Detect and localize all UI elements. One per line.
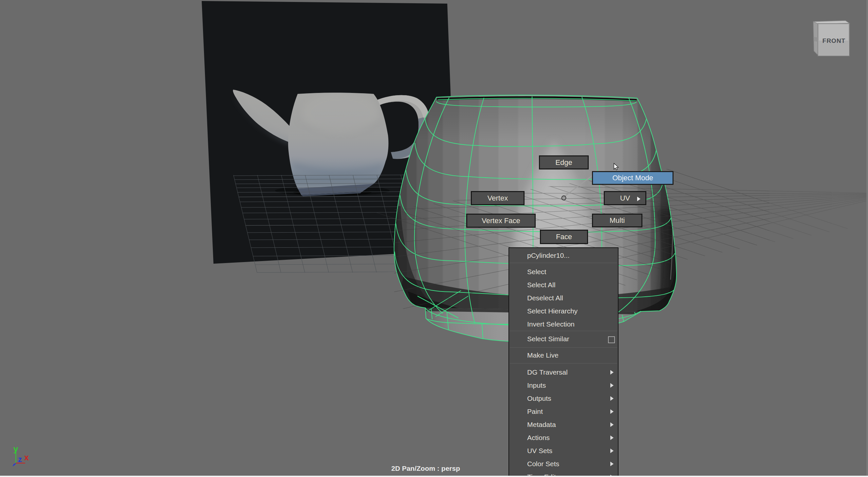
svg-text:x: x (24, 453, 29, 462)
svg-text:y: y (13, 444, 18, 454)
svg-text:FRONT: FRONT (823, 37, 845, 44)
svg-text:z: z (18, 455, 22, 464)
